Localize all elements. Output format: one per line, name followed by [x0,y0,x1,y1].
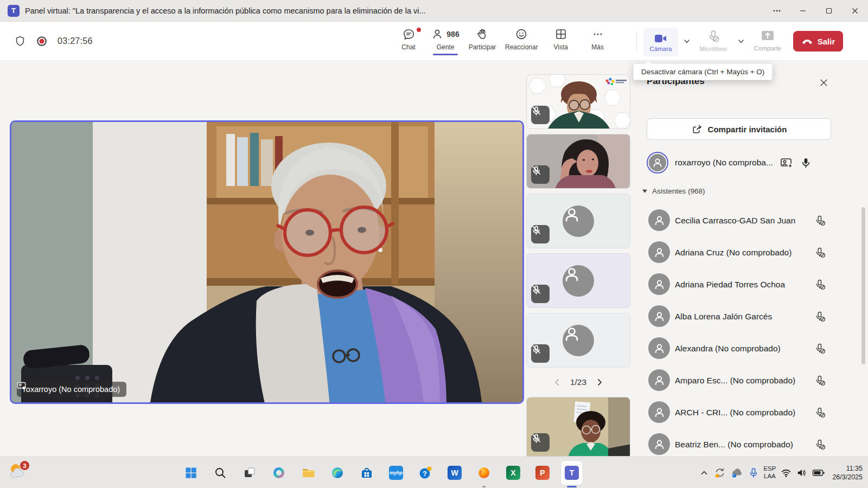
microphone-options-chevron[interactable] [736,36,746,47]
attendee-row[interactable]: ARCH - CRI... (No comprobado) [632,396,868,428]
avatar [648,241,670,263]
camera-options-chevron[interactable] [681,36,692,47]
page-next-chevron[interactable] [595,378,604,387]
tray-sync-icon[interactable] [714,467,726,479]
taskbar-edge-button[interactable] [327,461,348,485]
taskbar-file-explorer-button[interactable] [297,461,319,485]
pinned-participant-row[interactable]: roxarroyo (No comproba... [647,147,842,178]
mic-on-icon[interactable] [800,157,812,169]
taskbar-search-button[interactable] [209,461,231,485]
video-tile-5[interactable] [526,313,630,368]
tray-language-switcher[interactable]: ESP LAA [763,465,776,480]
tab-participar[interactable]: Participar [465,27,499,51]
page-prev-chevron[interactable] [553,378,561,387]
taskbar-task-view-button[interactable] [239,461,260,485]
taskbar-copilot-button[interactable] [268,461,290,485]
spotlight-video-icon[interactable] [780,157,793,169]
react-smiley-icon [515,28,528,41]
panel-close-button[interactable] [818,77,829,88]
tray-volume-icon[interactable] [796,468,807,478]
raise-hand-icon [476,28,489,41]
tab-vista[interactable]: Vista [544,27,578,51]
video-tile-3[interactable] [526,194,630,248]
share-screen-button[interactable]: Comparte [750,29,785,52]
attendee-row[interactable]: Adriana Piedad Torres Ochoa [632,268,868,300]
mic-muted-badge [531,165,550,184]
video-tile-2[interactable] [526,134,630,189]
video-tile-6[interactable] [526,397,630,457]
taskbar-store-button[interactable] [356,461,378,485]
taskbar-firefox-button[interactable] [473,461,495,485]
speaker-icon [796,468,807,478]
mic-muted-icon [814,311,826,322]
tab-gente[interactable]: 986 Gente [429,27,462,51]
taskbar-word-button[interactable]: W [444,461,465,485]
video-tile-1[interactable] [526,74,630,129]
tray-wifi-icon[interactable] [781,468,792,478]
task-view-icon [243,466,256,479]
attendee-name: Beatriz Ben... (No comprobado) [675,440,793,450]
taskbar-weather-widget[interactable]: 3 [8,461,34,484]
teams-letter: T [570,468,575,477]
tray-clock[interactable]: 11:35 26/3/2025 [832,464,863,482]
tray-onedrive-icon[interactable] [731,467,744,479]
mic-muted-icon [814,439,826,450]
chevron-down-icon [737,37,745,45]
attendee-name: Amparo Esc... (No comprobado) [675,376,795,386]
tray-battery-icon[interactable] [812,468,825,477]
maximize-button[interactable] [816,0,842,21]
help-question-mark: ? [423,470,427,478]
main-video-feed-illustration [11,122,524,404]
windows-start-icon [184,466,197,479]
taskbar-start-button[interactable] [180,461,202,485]
attendee-row[interactable]: Cecilia Carrasco-GAD San Juan [632,204,868,236]
attendee-name: Adriana Piedad Torres Ochoa [675,280,785,290]
share-invitation-button[interactable]: Compartir invitación [647,118,831,140]
chevron-down-icon [683,37,691,45]
meeting-toolbar: 03:27:56 Chat [0,22,868,61]
tray-microphone-icon[interactable] [749,467,758,478]
share-screen-label: Comparte [754,45,782,52]
attendee-row[interactable]: Alba Lorena Jalón Garcés [632,300,868,332]
attendee-row[interactable]: Amparo Esc... (No comprobado) [632,364,868,396]
titlebar-more-button[interactable] [764,0,790,21]
attendee-row[interactable]: Alexandra (No comprobado) [632,332,868,364]
window-title: Panel virtual: "La transparencia y el ac… [25,7,426,15]
people-icon [431,28,444,41]
microphone-button[interactable]: Micrófono [696,29,731,52]
participants-scrollbar[interactable] [861,207,865,364]
tray-overflow-chevron[interactable] [699,468,709,478]
video-tile-4[interactable] [526,253,630,308]
tab-chat[interactable]: Chat [392,27,425,51]
leave-button[interactable]: Salir [793,31,843,52]
close-button[interactable] [842,0,868,21]
tab-participar-label: Participar [469,43,496,51]
toolbar-divider [636,31,637,52]
speaker-name-label: roxarroyo (No comprobado) [17,382,126,397]
taskbar-teams-button[interactable]: T [561,461,583,485]
taskbar-powerpoint-button[interactable]: P [532,461,553,485]
attendee-name: Alexandra (No comprobado) [675,344,781,354]
myhp-letters: myhp [390,470,403,476]
avatar-placeholder [563,206,594,237]
minimize-button[interactable] [790,0,816,21]
attendee-row[interactable]: Beatriz Ben... (No comprobado) [632,428,868,457]
attendee-row[interactable]: Adriana Cruz (No comprobado) [632,236,868,268]
avatar [648,369,670,391]
powerpoint-letter: P [540,468,545,477]
taskbar-help-button[interactable]: ? [414,461,436,485]
tab-mas[interactable]: Más [581,27,615,51]
shield-icon [14,35,26,48]
spotlight-icon [17,382,26,390]
notification-badge: 3 [20,460,30,471]
taskbar-myhp-button[interactable]: myhp [385,461,407,485]
main-speaker-video[interactable]: roxarroyo (No comprobado) [10,120,524,404]
camera-button[interactable]: Cámara [643,28,678,56]
tab-mas-label: Más [591,43,604,51]
attendees-section-header[interactable]: Asistentes (968) [642,187,705,195]
microphone-label: Micrófono [700,46,727,52]
taskbar-excel-button[interactable]: X [502,461,524,485]
wifi-icon [781,468,792,478]
tab-reaccionar[interactable]: Reaccionar [502,27,541,51]
tab-gente-label: Gente [437,43,455,51]
